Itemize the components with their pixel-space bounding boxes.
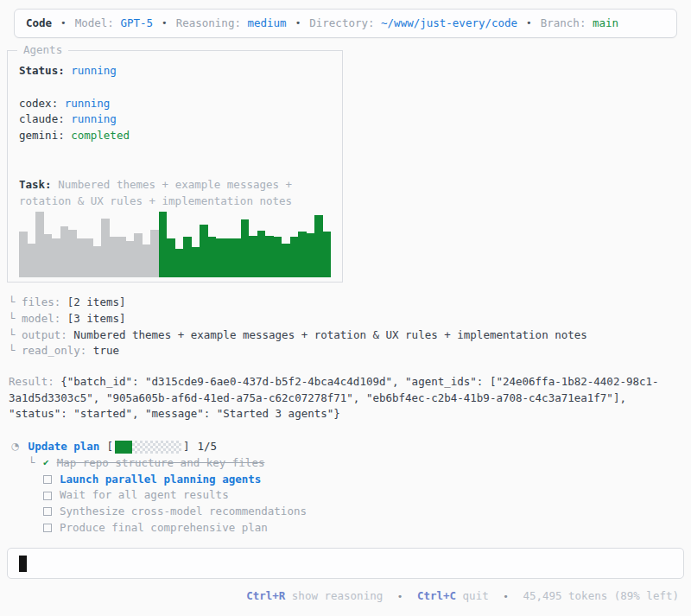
- status-bar: Code • Model: GPT-5 • Reasoning: medium …: [14, 9, 677, 38]
- agent-name: claude:: [19, 112, 65, 125]
- reasoning-label: Reasoning:: [176, 16, 241, 32]
- plan-item-text: Wait for all agent results: [60, 487, 229, 504]
- checkbox-icon: [43, 492, 52, 500]
- activity-bar: [216, 238, 225, 278]
- activity-bar: [307, 233, 315, 278]
- result-label: Result:: [9, 375, 54, 388]
- progress-bracket-close: ]: [183, 439, 190, 455]
- plan-item: └✔Map repo structure and key files: [29, 455, 691, 472]
- checkbox-icon: [43, 507, 52, 516]
- plan-item-text: Launch parallel planning agents: [60, 472, 261, 488]
- tree-branch-icon: └: [9, 295, 16, 308]
- activity-bar: [249, 236, 257, 278]
- plan-progress-bar: [115, 441, 181, 454]
- agents-panel: Agents Status: running codex: runningcla…: [7, 50, 343, 283]
- agent-name: gemini:: [19, 129, 65, 142]
- plan-item-text: Synthesize cross-model recommendations: [60, 504, 307, 520]
- activity-bar: [208, 237, 217, 277]
- activity-bar: [225, 238, 233, 278]
- tool-result: Result: {"batch_id": "d315cde9-6ae0-437d…: [9, 374, 674, 422]
- agents-status-value: running: [71, 64, 117, 77]
- footer-hints: Ctrl+R show reasoning • Ctrl+C quit • 45…: [0, 588, 679, 606]
- bullet-separator: •: [526, 16, 532, 32]
- progress-remaining: [132, 441, 181, 454]
- directory-label: Directory:: [309, 16, 374, 32]
- agent-activity-chart: [19, 212, 331, 277]
- agent-name: codex:: [19, 97, 58, 110]
- param-key: model:: [22, 312, 60, 325]
- tree-branch-icon: └: [29, 455, 43, 472]
- activity-bar: [200, 225, 208, 277]
- activity-bar: [265, 236, 274, 278]
- shortcut-key: Ctrl+R: [246, 589, 285, 602]
- activity-bar: [60, 226, 69, 277]
- app-name: Code: [26, 16, 52, 32]
- result-json: {"batch_id": "d315cde9-6ae0-437d-b5f2-4b…: [9, 375, 659, 420]
- param-row: └ files: [2 items]: [9, 295, 691, 311]
- token-usage: 45,495 tokens (89% left): [523, 589, 679, 602]
- param-value: true: [93, 344, 119, 357]
- text-cursor: [19, 556, 27, 572]
- activity-bar: [134, 233, 143, 278]
- plan-item-text: Map repo structure and key files: [57, 455, 265, 472]
- progress-fill: [115, 441, 132, 454]
- activity-bar: [52, 238, 60, 278]
- agents-status-label: Status:: [19, 64, 65, 77]
- agent-status: running: [58, 97, 110, 110]
- agents-panel-title: Agents: [17, 42, 68, 59]
- directory-value: ~/www/just-every/code: [381, 16, 517, 32]
- plan-item: Launch parallel planning agents: [29, 472, 691, 488]
- plan-item-text: Produce final comprehensive plan: [60, 520, 268, 537]
- activity-bar: [85, 238, 93, 278]
- bullet-separator: •: [162, 16, 168, 32]
- activity-bar: [241, 219, 250, 277]
- model-label: Model:: [75, 16, 114, 32]
- param-key: output:: [22, 328, 67, 341]
- agents-status-line: Status: running: [19, 63, 331, 79]
- param-value: Numbered themes + example messages + rot…: [73, 328, 587, 341]
- param-value: [3 items]: [67, 312, 126, 325]
- bullet-separator: •: [503, 591, 509, 602]
- activity-bar: [44, 234, 53, 277]
- activity-bar: [117, 237, 126, 277]
- activity-bar: [314, 215, 323, 277]
- activity-bar: [126, 241, 135, 277]
- agent-status: completed: [65, 129, 130, 142]
- activity-bar: [175, 249, 184, 277]
- checkbox-icon: [43, 524, 52, 532]
- activity-bar: [167, 238, 175, 278]
- plan-progress-ratio: 1/5: [197, 439, 217, 455]
- tree-branch-icon: └: [9, 344, 16, 357]
- param-row: └ output: Numbered themes + example mess…: [9, 327, 691, 344]
- agent-row: gemini: completed: [19, 128, 331, 144]
- activity-bar: [35, 212, 44, 277]
- activity-bar: [101, 219, 110, 277]
- check-icon: ✔: [43, 455, 49, 472]
- composer-input[interactable]: [7, 548, 684, 579]
- plan-item: Synthesize cross-model recommendations: [29, 504, 691, 520]
- agents-task: Task: Numbered themes + example messages…: [19, 177, 331, 209]
- activity-bar: [68, 230, 77, 277]
- activity-bar: [159, 212, 168, 277]
- param-row: └ model: [3 items]: [9, 311, 691, 327]
- tree-branch-icon: └: [9, 312, 16, 325]
- activity-bar: [232, 238, 241, 278]
- activity-bar: [298, 232, 307, 277]
- clock-icon: ◔: [11, 439, 20, 455]
- tool-params: └ files: [2 items] └ model: [3 items] └ …: [9, 295, 691, 359]
- param-key: read_only:: [22, 344, 86, 357]
- param-key: files:: [22, 295, 60, 308]
- param-row: └ read_only: true: [9, 343, 691, 359]
- plan-item: Wait for all agent results: [29, 487, 691, 504]
- progress-bracket-open: [: [106, 439, 113, 455]
- param-value: [2 items]: [67, 295, 126, 308]
- agent-status: running: [65, 112, 117, 125]
- reasoning-value: medium: [247, 16, 286, 32]
- shortcut-action: show reasoning: [292, 589, 383, 602]
- activity-bar: [150, 230, 159, 277]
- activity-bar: [257, 231, 266, 278]
- tree-branch-icon: └: [9, 328, 16, 341]
- shortcut-key: Ctrl+C: [417, 589, 456, 602]
- activity-bar: [323, 232, 332, 277]
- plan-item: Produce final comprehensive plan: [29, 520, 691, 537]
